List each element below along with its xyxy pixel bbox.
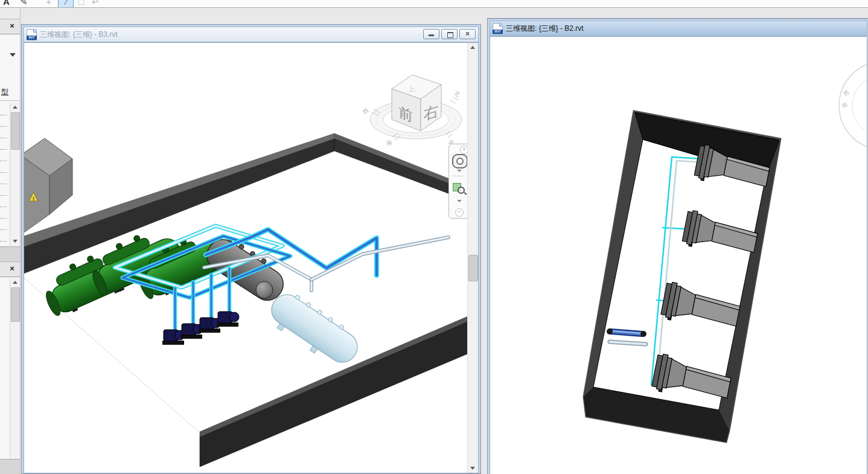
sketch-tool-icon[interactable]: ✎ bbox=[20, 0, 28, 7]
browser-panel-edge: × bbox=[0, 261, 20, 474]
compass-west-label: 西 bbox=[842, 89, 850, 97]
compass-north-label: 北 bbox=[453, 90, 461, 98]
window-title: 三维视图: {三维} - B2.rvt bbox=[506, 24, 584, 34]
scroll-up-button[interactable] bbox=[468, 43, 478, 53]
delete-box-tool-icon[interactable]: □ bbox=[78, 0, 84, 7]
compass-south-label: 南 bbox=[386, 139, 393, 146]
wheel-menu-arrow-icon[interactable] bbox=[457, 170, 462, 172]
scrollbar-thumb[interactable] bbox=[11, 287, 20, 322]
scrollbar-thumb[interactable] bbox=[11, 112, 20, 150]
edit-type-link[interactable]: 型 bbox=[1, 87, 8, 97]
properties-panel-footer bbox=[0, 246, 20, 261]
scrollbar-thumb[interactable] bbox=[468, 255, 478, 281]
tank-sphere bbox=[256, 281, 273, 298]
scroll-down-button[interactable] bbox=[10, 237, 20, 246]
window-titlebar-b3[interactable]: RVT 三维视图: {三维} - B3.rvt × bbox=[24, 27, 479, 42]
panel-divider bbox=[0, 100, 20, 101]
browser-panel-header: × bbox=[0, 262, 20, 277]
browser-close-button[interactable]: × bbox=[7, 264, 18, 274]
left-panel-rail: × 型 × bbox=[0, 8, 21, 474]
view-window-b2[interactable]: RVT 三维视图: {三维} - B2.rvt 西 南 bbox=[487, 18, 868, 474]
close-icon: × bbox=[460, 30, 475, 39]
add-tool-icon[interactable]: + bbox=[46, 0, 51, 7]
close-button[interactable]: × bbox=[459, 29, 476, 39]
zoom-menu-arrow-icon[interactable] bbox=[457, 200, 462, 202]
type-selector-arrow-icon[interactable] bbox=[10, 53, 16, 57]
svg-text:!: ! bbox=[33, 196, 34, 202]
properties-panel-edge: × 型 bbox=[0, 19, 20, 261]
viewcube-top-label: 上 bbox=[406, 86, 417, 92]
viewcube-compass-partial[interactable]: 西 南 bbox=[839, 62, 867, 150]
compass-south-label: 南 bbox=[841, 101, 849, 109]
properties-panel-header: × bbox=[0, 19, 20, 34]
ribbon-bottom-strip: A ✎ + ⁄ □ ↵ bbox=[0, 0, 868, 8]
scroll-up-button[interactable] bbox=[10, 103, 20, 112]
browser-panel-footer bbox=[0, 459, 20, 474]
steering-wheel-icon[interactable] bbox=[452, 154, 468, 168]
minimize-icon bbox=[429, 34, 434, 36]
view-canvas-b3[interactable]: ! bbox=[24, 42, 479, 473]
scroll-up-button[interactable] bbox=[10, 278, 20, 287]
properties-close-button[interactable]: × bbox=[7, 21, 18, 31]
return-tool-icon[interactable]: ↵ bbox=[92, 0, 100, 7]
zoom-region-icon[interactable] bbox=[453, 182, 465, 194]
view-scrollbar-vertical[interactable] bbox=[467, 43, 478, 473]
pale-blue-tank[interactable] bbox=[263, 286, 365, 373]
restore-icon bbox=[447, 32, 453, 38]
minimize-button[interactable] bbox=[423, 29, 439, 39]
navbar-divider bbox=[452, 176, 465, 176]
restore-button[interactable] bbox=[441, 29, 458, 39]
window-title: 三维视图: {三维} - B3.rvt bbox=[40, 30, 118, 40]
rvt-file-icon: RVT bbox=[27, 29, 37, 40]
text-tool-icon[interactable]: A bbox=[3, 0, 10, 7]
scroll-down-button[interactable] bbox=[468, 463, 478, 473]
active-line-tool-icon[interactable]: ⁄ bbox=[58, 0, 74, 8]
properties-scrollbar[interactable] bbox=[10, 103, 20, 246]
revit-workspace: A ✎ + ⁄ □ ↵ × 型 bbox=[0, 0, 868, 474]
view-window-b3[interactable]: RVT 三维视图: {三维} - B3.rvt × bbox=[21, 24, 481, 474]
property-grid-edge bbox=[0, 104, 7, 242]
window-titlebar-b2[interactable]: RVT 三维视图: {三维} - B2.rvt bbox=[490, 21, 867, 36]
view-canvas-b2[interactable]: 西 南 bbox=[490, 36, 867, 474]
compass-west-label: 西 bbox=[362, 107, 369, 115]
scene-3d-fan-room: 西 南 bbox=[490, 37, 867, 474]
rvt-file-icon: RVT bbox=[493, 23, 503, 34]
browser-scrollbar[interactable] bbox=[10, 278, 20, 459]
navbar-collapse-button[interactable]: − bbox=[455, 208, 464, 217]
gray-duct-box bbox=[24, 138, 72, 235]
